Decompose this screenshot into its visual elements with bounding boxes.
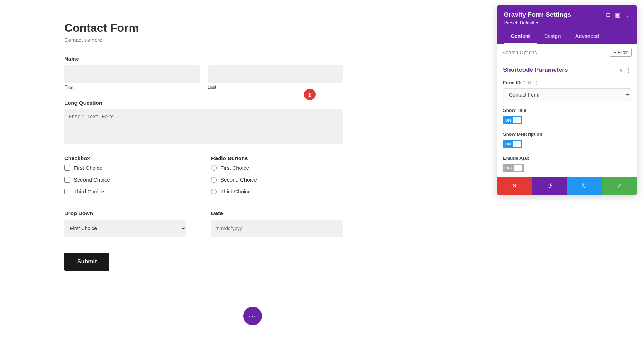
enable-ajax-toggle[interactable] [503,164,524,172]
help-icon[interactable]: ? [523,80,526,85]
radio-list: First Choice Second Choice Third Choice [211,165,343,194]
show-title-label: Show Title [503,108,631,113]
checkbox-item-2: Second Choice [64,177,197,183]
radio-label: Radio Buttons [211,155,343,161]
show-description-row: Show Description [497,129,637,153]
action-bar: ✕ ↺ ↻ ✓ [497,177,637,195]
show-title-row: Show Title [497,105,637,129]
dropdown-col: Drop Down First Choice Second Choice Thi… [64,210,197,237]
filter-button[interactable]: + Filter [610,48,632,57]
enable-ajax-knob [514,165,522,171]
date-col: Date [211,210,343,237]
radio-item-1: First Choice [211,165,343,171]
checkbox-2-label: Second Choice [74,177,110,183]
undo-button[interactable]: ↺ [532,177,567,195]
panel-header: Gravity Form Settings ⊡ ▣ ⋮ Preset: Defa… [497,5,637,44]
first-name-input[interactable] [64,65,200,83]
save-button[interactable]: ✓ [602,177,637,195]
enable-ajax-state [505,166,513,170]
fab-button[interactable]: ··· [243,307,262,325]
dropdown-date-section: Drop Down First Choice Second Choice Thi… [64,210,580,237]
fab-icon: ··· [249,311,256,321]
checkbox-list: First Choice Second Choice Third Choice [64,165,197,194]
last-name-field: Last [208,65,343,90]
form-id-label: Form ID ? ↺ ⋮ [503,80,631,85]
undo-icon: ↺ [547,182,552,190]
layout-icon[interactable]: ▣ [615,11,620,18]
radio-item-2: Second Choice [211,177,343,183]
panel-tabs: Content Design Advanced [504,30,630,44]
form-id-row: Form ID ? ↺ ⋮ Contact Form [497,76,637,105]
checkbox-item-1: First Choice [64,165,197,171]
show-title-state [505,118,511,122]
date-label: Date [211,210,343,216]
name-row: First Last [64,65,343,90]
show-description-knob [513,141,521,147]
radio-item-3: Third Choice [211,188,343,194]
cancel-icon: ✕ [512,182,517,190]
checkbox-1-label: First Choice [74,165,102,171]
form-id-select-wrapper: Contact Form [503,88,631,101]
tab-advanced[interactable]: Advanced [568,30,606,44]
badge: 1 [304,89,316,100]
show-description-toggle[interactable] [503,140,522,148]
dropdown-select[interactable]: First Choice Second Choice Third Choice [64,220,186,237]
search-row: + Filter [497,44,637,61]
redo-icon: ↻ [582,182,587,190]
panel-preset[interactable]: Preset: Default ▾ [504,20,630,25]
form-id-more-icon[interactable]: ⋮ [534,80,538,85]
tab-content[interactable]: Content [504,30,537,44]
save-icon: ✓ [617,182,622,190]
panel-title: Gravity Form Settings [504,11,571,19]
checkbox-1[interactable] [64,165,70,171]
section-more-icon[interactable]: ⋮ [626,67,631,73]
date-input[interactable] [211,220,343,237]
reset-icon[interactable]: ↺ [528,80,532,85]
redo-button[interactable]: ↻ [567,177,602,195]
show-description-state [505,142,511,146]
show-title-toggle[interactable] [503,116,522,124]
section-header: Shortcode Parameters ∧ ⋮ [497,61,637,76]
radio-2[interactable] [211,177,217,183]
radio-col: Radio Buttons First Choice Second Choice… [211,155,343,200]
more-icon[interactable]: ⋮ [625,11,630,18]
panel-header-icons: ⊡ ▣ ⋮ [606,11,630,18]
section-title: Shortcode Parameters [503,66,568,74]
form-id-select[interactable]: Contact Form [503,88,631,101]
collapse-icon[interactable]: ∧ [619,67,623,73]
dropdown-date-row: Drop Down First Choice Second Choice Thi… [64,210,343,237]
long-question-textarea[interactable] [64,109,343,144]
settings-panel: Gravity Form Settings ⊡ ▣ ⋮ Preset: Defa… [497,5,637,195]
checkbox-2[interactable] [64,177,70,183]
submit-button[interactable]: Submit [64,253,109,271]
dropdown-label: Drop Down [64,210,197,216]
search-input[interactable] [502,50,607,55]
radio-1[interactable] [211,165,217,171]
checkbox-3-label: Third Choice [74,188,104,194]
enable-ajax-label: Enable Ajax [503,155,631,161]
panel-body: + Filter Shortcode Parameters ∧ ⋮ Form I… [497,44,637,177]
show-description-label: Show Description [503,132,631,137]
cancel-button[interactable]: ✕ [497,177,532,195]
checkbox-col: Checkbox First Choice Second Choice Thir… [64,155,197,200]
radio-3-label: Third Choice [220,188,251,194]
radio-1-label: First Choice [220,165,249,171]
enable-ajax-row: Enable Ajax [497,153,637,177]
show-title-knob [513,117,521,123]
last-sublabel: Last [208,84,343,90]
radio-3[interactable] [211,189,217,194]
checkbox-3[interactable] [64,189,70,194]
tab-design[interactable]: Design [537,30,568,44]
radio-2-label: Second Choice [220,177,257,183]
responsive-icon[interactable]: ⊡ [606,11,611,18]
checkbox-item-3: Third Choice [64,188,197,194]
first-name-field: First [64,65,200,90]
panel-header-top: Gravity Form Settings ⊡ ▣ ⋮ [504,11,630,19]
two-col-row: Checkbox First Choice Second Choice Thir… [64,155,343,200]
checkbox-label: Checkbox [64,155,197,161]
last-name-input[interactable] [208,65,343,83]
dropdown-wrapper: First Choice Second Choice Third Choice [64,220,186,237]
first-sublabel: First [64,84,200,90]
section-controls: ∧ ⋮ [619,67,631,73]
